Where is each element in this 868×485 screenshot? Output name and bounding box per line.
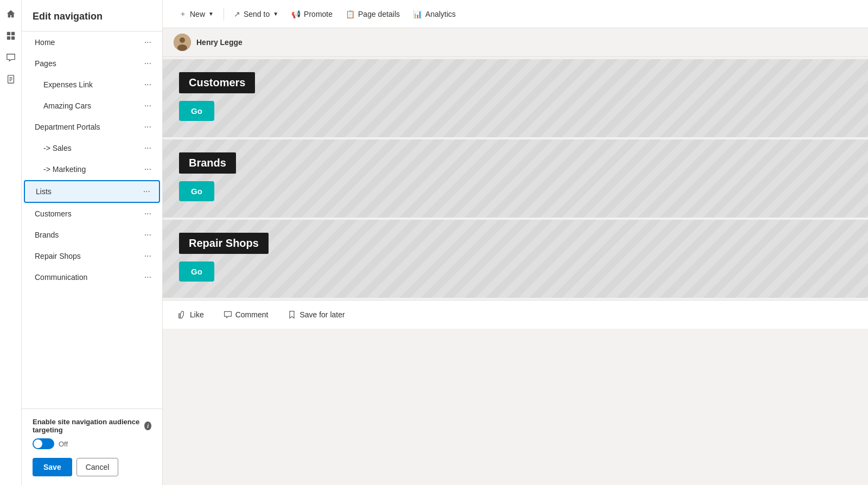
- toggle-row: Off: [33, 438, 151, 449]
- nav-item-marketing[interactable]: -> Marketing···: [24, 159, 160, 180]
- svg-point-9: [180, 37, 185, 43]
- nav-item-label-home: Home: [35, 38, 142, 47]
- info-icon[interactable]: i: [144, 422, 151, 430]
- nav-panel: Edit navigation Home···Pages···Expenses …: [22, 0, 163, 485]
- promote-button[interactable]: 📢 Promote: [286, 7, 338, 22]
- nav-item-label-expenses-link: Expenses Link: [43, 80, 142, 89]
- user-name: Henry Legge: [196, 38, 242, 47]
- save-button[interactable]: Save: [33, 458, 72, 476]
- toolbar: ＋ New ▼ ↗ Send to ▼ 📢 Promote 📋 Page det…: [163, 0, 868, 28]
- chevron-down-icon-2: ▼: [273, 11, 278, 17]
- analytics-button[interactable]: 📊 Analytics: [407, 7, 461, 22]
- nav-item-label-sales: -> Sales: [43, 144, 142, 152]
- nav-item-label-customers: Customers: [35, 209, 142, 218]
- promote-icon: 📢: [291, 10, 301, 18]
- cancel-button[interactable]: Cancel: [76, 458, 119, 476]
- action-bar: Like Comment Save for later: [163, 300, 868, 329]
- nav-item-dots-sales[interactable]: ···: [142, 142, 154, 154]
- nav-item-dots-lists[interactable]: ···: [141, 186, 152, 197]
- save-for-later-button[interactable]: Save for later: [283, 307, 349, 322]
- nav-item-brands[interactable]: Brands···: [24, 225, 160, 245]
- section-title-repair-shops-section: Repair Shops: [179, 233, 269, 254]
- nav-item-expenses-link[interactable]: Expenses Link···: [24, 74, 160, 95]
- nav-item-label-department-portals: Department Portals: [35, 123, 142, 131]
- like-icon: [178, 310, 187, 319]
- plus-icon: ＋: [179, 9, 187, 19]
- svg-rect-0: [7, 32, 10, 35]
- icon-rail: [0, 0, 22, 485]
- send-icon: ↗: [234, 10, 240, 18]
- svg-rect-11: [179, 314, 180, 318]
- toolbar-divider: [224, 8, 224, 21]
- audience-targeting-label: Enable site navigation audience targetin…: [33, 418, 151, 434]
- nav-item-dots-repair-shops[interactable]: ···: [142, 250, 154, 262]
- section-go-button-customers-section[interactable]: Go: [179, 101, 214, 121]
- nav-item-lists[interactable]: Lists···: [24, 180, 160, 203]
- toggle-off-label: Off: [59, 440, 68, 448]
- send-to-button[interactable]: ↗ Send to ▼: [228, 7, 284, 22]
- svg-point-10: [177, 44, 187, 51]
- nav-item-label-marketing: -> Marketing: [43, 165, 142, 174]
- nav-item-sales[interactable]: -> Sales···: [24, 138, 160, 158]
- nav-item-dots-brands[interactable]: ···: [142, 229, 154, 241]
- svg-rect-2: [7, 36, 10, 40]
- new-button[interactable]: ＋ New ▼: [174, 6, 219, 22]
- nav-item-dots-amazing-cars[interactable]: ···: [142, 100, 154, 112]
- nav-item-label-lists: Lists: [36, 187, 141, 196]
- nav-item-amazing-cars[interactable]: Amazing Cars···: [24, 95, 160, 116]
- nav-item-label-pages: Pages: [35, 59, 142, 68]
- nav-item-customers[interactable]: Customers···: [24, 203, 160, 224]
- page-details-button[interactable]: 📋 Page details: [340, 7, 405, 22]
- nav-item-dots-expenses-link[interactable]: ···: [142, 79, 154, 91]
- sections-container: CustomersGoBrandsGoRepair ShopsGo: [163, 57, 868, 300]
- nav-item-communication[interactable]: Communication···: [24, 267, 160, 288]
- section-title-customers-section: Customers: [179, 72, 255, 93]
- nav-item-dots-home[interactable]: ···: [142, 36, 154, 48]
- pages-nav-icon[interactable]: [1, 69, 21, 89]
- nav-item-dots-marketing[interactable]: ···: [142, 163, 154, 175]
- nav-item-label-communication: Communication: [35, 273, 142, 282]
- user-bar: Henry Legge: [163, 28, 868, 57]
- comment-icon: [224, 310, 232, 319]
- analytics-icon: 📊: [413, 10, 422, 18]
- apps-nav-icon[interactable]: [1, 26, 21, 46]
- section-card-repair-shops-section: Repair ShopsGo: [163, 220, 868, 298]
- like-button[interactable]: Like: [174, 307, 208, 322]
- svg-rect-1: [11, 32, 14, 35]
- save-icon: [288, 310, 296, 319]
- nav-panel-title: Edit navigation: [22, 0, 162, 31]
- nav-item-dots-communication[interactable]: ···: [142, 271, 154, 283]
- nav-item-label-amazing-cars: Amazing Cars: [43, 101, 142, 110]
- nav-item-label-repair-shops: Repair Shops: [35, 252, 142, 260]
- svg-rect-3: [11, 36, 14, 40]
- section-card-brands-section: BrandsGo: [163, 139, 868, 218]
- nav-item-dots-department-portals[interactable]: ···: [142, 121, 154, 133]
- nav-item-pages[interactable]: Pages···: [24, 53, 160, 74]
- toggle-knob: [34, 439, 42, 448]
- nav-item-label-brands: Brands: [35, 231, 142, 239]
- nav-items-container: Home···Pages···Expenses Link···Amazing C…: [22, 31, 162, 288]
- nav-item-dots-pages[interactable]: ···: [142, 58, 154, 69]
- section-title-brands-section: Brands: [179, 152, 236, 174]
- section-go-button-brands-section[interactable]: Go: [179, 181, 214, 201]
- nav-item-repair-shops[interactable]: Repair Shops···: [24, 246, 160, 266]
- section-card-customers-section: CustomersGo: [163, 59, 868, 137]
- section-go-button-repair-shops-section[interactable]: Go: [179, 261, 214, 282]
- page-details-icon: 📋: [346, 10, 355, 18]
- main-area: ＋ New ▼ ↗ Send to ▼ 📢 Promote 📋 Page det…: [163, 0, 868, 485]
- chat-nav-icon[interactable]: [1, 48, 21, 67]
- audience-targeting-toggle[interactable]: [33, 438, 54, 449]
- nav-item-home[interactable]: Home···: [24, 32, 160, 53]
- chevron-down-icon: ▼: [208, 11, 214, 17]
- comment-button[interactable]: Comment: [219, 307, 273, 322]
- nav-item-department-portals[interactable]: Department Portals···: [24, 117, 160, 137]
- avatar: [174, 34, 191, 51]
- home-nav-icon[interactable]: [1, 4, 21, 24]
- footer-buttons: Save Cancel: [33, 458, 151, 476]
- nav-footer: Enable site navigation audience targetin…: [22, 409, 162, 485]
- nav-item-dots-customers[interactable]: ···: [142, 208, 154, 220]
